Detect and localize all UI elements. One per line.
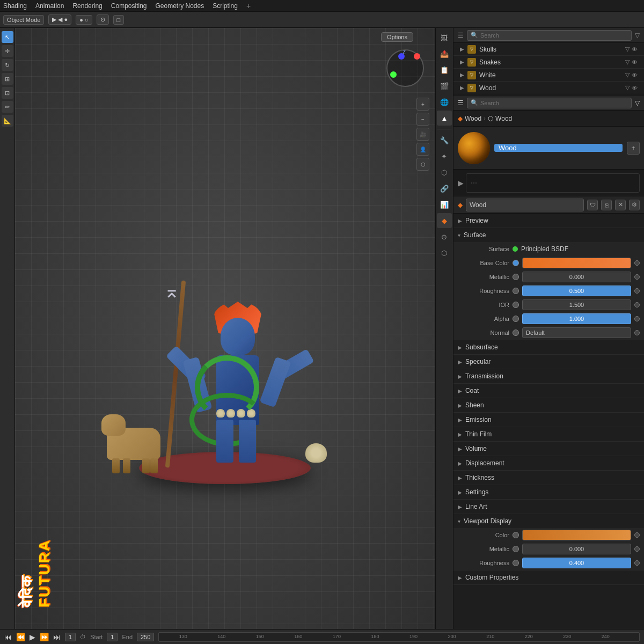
prop-object-icon[interactable]: ▲: [437, 111, 452, 126]
vd-color-dot[interactable]: [513, 532, 519, 538]
material-shield-button[interactable]: 🛡: [587, 200, 598, 210]
material-add-button[interactable]: +: [627, 142, 640, 155]
prop-constraints-icon[interactable]: 🔗: [437, 181, 452, 196]
menu-animation[interactable]: Animation: [35, 2, 64, 10]
play-pause-button[interactable]: ▶: [30, 633, 35, 641]
vd-color-end[interactable]: [634, 532, 640, 538]
sheen-header[interactable]: ▶ Sheen: [453, 398, 644, 412]
displacement-header[interactable]: ▶ Displacement: [453, 456, 644, 470]
alpha-end[interactable]: [634, 316, 640, 321]
white-vis-eye[interactable]: 👁: [632, 72, 638, 78]
outliner-item-white[interactable]: ▶ ▽ White ▽ 👁: [453, 69, 644, 82]
white-vis-filter[interactable]: ▽: [625, 71, 630, 78]
transmission-header[interactable]: ▶ Transmission: [453, 369, 644, 383]
thin-film-header[interactable]: ▶ Thin Film: [453, 427, 644, 441]
skulls-vis-filter[interactable]: ▽: [625, 46, 630, 53]
timeline-ruler[interactable]: 130 140 150 160 170 180 190 200 210 220 …: [158, 632, 640, 642]
alpha-value[interactable]: 1.000: [522, 313, 631, 324]
viewport-3d[interactable]: ⌅: [15, 28, 435, 629]
custom-props-header[interactable]: ▶ Custom Properties: [453, 570, 644, 584]
prop-output-icon[interactable]: 📤: [437, 46, 452, 61]
prop-world-icon[interactable]: 🌐: [437, 94, 452, 109]
coat-header[interactable]: ▶ Coat: [453, 384, 644, 398]
skulls-vis-eye[interactable]: 👁: [632, 46, 638, 53]
vd-metallic-dot[interactable]: [513, 546, 519, 552]
normal-end[interactable]: [634, 330, 640, 335]
ior-end[interactable]: [634, 302, 640, 308]
tool-annotate[interactable]: ✏: [2, 101, 13, 113]
toolbar-overlay-button[interactable]: ⊙: [97, 14, 109, 25]
material-node-dropdown[interactable]: Wood: [466, 199, 584, 211]
menu-compositing[interactable]: Compositing: [111, 2, 147, 10]
add-workspace-button[interactable]: +: [246, 2, 251, 10]
wood-vis-filter[interactable]: ▽: [625, 84, 630, 91]
tool-transform[interactable]: ⊡: [2, 87, 13, 99]
material-settings-button[interactable]: ⚙: [629, 200, 640, 210]
toolbar-select-button[interactable]: ▶ ◀ ●: [48, 14, 71, 25]
properties-search-box[interactable]: 🔍: [467, 98, 632, 108]
vd-color-value[interactable]: [522, 530, 631, 540]
nav-y-axis[interactable]: [390, 71, 397, 78]
emission-header[interactable]: ▶ Emission: [453, 413, 644, 427]
prop-data-icon[interactable]: 📊: [437, 197, 452, 212]
render-preview-button[interactable]: ⬡: [416, 158, 429, 171]
vd-roughness-value[interactable]: 0.400: [522, 558, 631, 568]
metallic-dot[interactable]: [513, 274, 519, 280]
outliner-item-wood[interactable]: ▶ ▽ Wood ▽ 👁: [453, 82, 644, 94]
section-preview-header[interactable]: ▶ Preview: [453, 214, 644, 228]
menu-geometry-nodes[interactable]: Geometry Nodes: [156, 2, 204, 10]
zoom-in-button[interactable]: +: [416, 98, 429, 111]
nav-widget[interactable]: Z: [386, 49, 429, 92]
vd-metallic-end[interactable]: [634, 546, 640, 552]
step-end-button[interactable]: ⏭: [53, 633, 61, 641]
alpha-dot[interactable]: [513, 316, 519, 322]
zoom-out-button[interactable]: −: [416, 113, 429, 126]
outliner-search-input[interactable]: [480, 32, 628, 39]
base-color-value[interactable]: [522, 258, 631, 268]
props-header-filter[interactable]: ▽: [635, 99, 640, 107]
snakes-vis-eye[interactable]: 👁: [632, 59, 638, 65]
viewport-display-header[interactable]: ▾ Viewport Display: [453, 514, 644, 528]
wood-vis-eye[interactable]: 👁: [632, 85, 638, 91]
properties-search-input[interactable]: [480, 100, 628, 106]
subsurface-header[interactable]: ▶ Subsurface: [453, 340, 644, 354]
roughness-end[interactable]: [634, 288, 640, 294]
material-remove-button[interactable]: ✕: [615, 200, 626, 210]
prop-render-icon[interactable]: 🖼: [437, 30, 452, 45]
surface-shader-value[interactable]: Principled BSDF: [521, 245, 640, 253]
breadcrumb-wood-material[interactable]: ◆ Wood: [458, 115, 481, 122]
metallic-end[interactable]: [634, 274, 640, 280]
outliner-filter-icon[interactable]: ▽: [635, 32, 640, 39]
current-frame-display[interactable]: 1: [65, 633, 76, 641]
start-frame-input[interactable]: 1: [107, 633, 118, 641]
menu-scripting[interactable]: Scripting: [213, 2, 238, 10]
base-color-end[interactable]: [634, 260, 640, 266]
tool-rotate[interactable]: ↻: [2, 59, 13, 71]
snakes-vis-filter[interactable]: ▽: [625, 58, 630, 65]
nav-x-axis[interactable]: [414, 53, 420, 60]
roughness-dot[interactable]: [513, 288, 519, 294]
prop-particles-icon[interactable]: ✦: [437, 149, 452, 164]
menu-rendering[interactable]: Rendering: [72, 2, 102, 10]
roughness-value[interactable]: 0.500: [522, 286, 631, 296]
material-copy-button[interactable]: ⎘: [601, 200, 612, 210]
normal-dot[interactable]: [513, 330, 519, 336]
normal-value[interactable]: Default: [522, 327, 631, 338]
ior-dot[interactable]: [513, 302, 519, 308]
camera-view-button[interactable]: 🎥: [416, 128, 429, 141]
ior-value[interactable]: 1.500: [522, 299, 631, 310]
tool-move[interactable]: ✛: [2, 45, 13, 57]
breadcrumb-wood-node[interactable]: ⬡ Wood: [488, 115, 512, 122]
walk-navigation-button[interactable]: 👤: [416, 143, 429, 156]
base-color-dot[interactable]: [513, 260, 519, 266]
step-back-button[interactable]: ⏪: [16, 633, 25, 641]
step-forward-button[interactable]: ⏩: [40, 633, 49, 641]
surface-dot[interactable]: [513, 246, 518, 252]
prop-viewlayer-icon[interactable]: 📋: [437, 62, 452, 77]
tool-select[interactable]: ↖: [2, 31, 13, 43]
menu-shading[interactable]: Shading: [3, 2, 27, 10]
nav-circle[interactable]: Z: [386, 49, 424, 87]
prop-particles2-icon[interactable]: ⬡: [437, 245, 452, 260]
line-art-header[interactable]: ▶ Line Art: [453, 500, 644, 514]
metallic-value[interactable]: 0.000: [522, 272, 631, 282]
